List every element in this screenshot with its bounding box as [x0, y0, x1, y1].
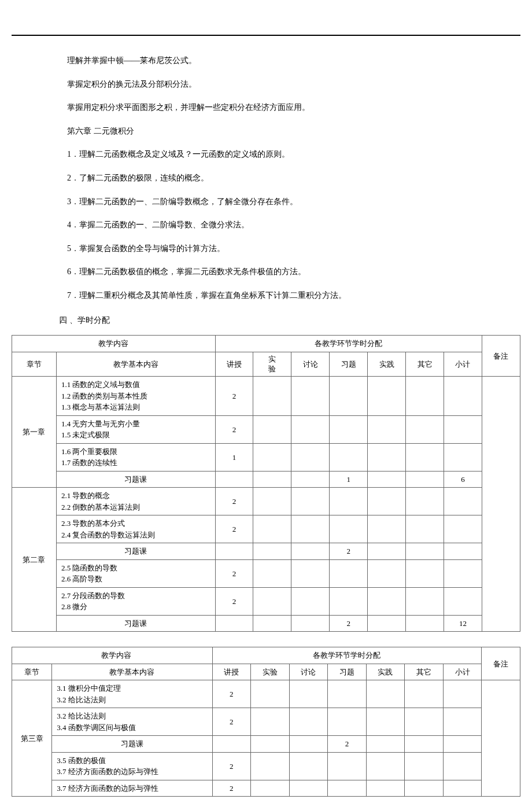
th-lecture: 讲授 — [212, 664, 251, 680]
th-teach-content: 教学内容 — [12, 647, 213, 664]
cell-practice — [368, 443, 406, 471]
table-row: 3.7 经济方面函数的边际与弹性2 — [12, 780, 520, 797]
cell-exercise — [328, 680, 367, 708]
cell-experiment — [253, 443, 291, 471]
heading-4: 四 、学时分配 — [51, 313, 481, 329]
table2-body: 第三章3.1 微积分中值定理3.2 给比达法则23.2 给比达法则3.4 函数学… — [12, 680, 520, 797]
cell-other — [406, 377, 444, 416]
table-row: 教学内容 各教学环节学时分配 备注 — [12, 647, 520, 664]
cell-content: 1.6 两个重要极限1.7 函数的连续性 — [56, 443, 215, 471]
th-chapter: 章节 — [12, 664, 52, 680]
th-distribution: 各教学环节学时分配 — [215, 336, 482, 352]
cell-discuss — [289, 680, 328, 708]
cell-discuss — [291, 543, 330, 560]
th-basic-content: 教学基本内容 — [56, 352, 215, 377]
table-row: 1.6 两个重要极限1.7 函数的连续性1 — [12, 443, 520, 471]
cell-practice — [368, 543, 406, 560]
cell-content: 2.5 隐函数的导数2.6 高阶导数 — [56, 559, 215, 587]
cell-subtotal — [443, 780, 482, 797]
cell-experiment — [253, 488, 291, 515]
th-chapter: 章节 — [12, 352, 57, 377]
table-row: 3.2 给比达法则3.4 函数学调区间与极值2 — [12, 708, 520, 736]
th-distribution: 各教学环节学时分配 — [212, 647, 482, 664]
th-teach-content: 教学内容 — [12, 336, 216, 352]
cell-discuss — [291, 587, 330, 615]
table-row: 第二章2.1 导数的概念2.2 倒数的基本运算法则2 — [12, 488, 520, 515]
th-practice: 实践 — [366, 664, 405, 680]
cell-lecture: 2 — [215, 587, 253, 615]
cell-other — [405, 708, 444, 736]
cell-other — [406, 559, 444, 587]
chapter6-title: 第六章 二元微积分 — [51, 124, 481, 139]
ch6-item-7: 7．理解二重积分概念及其简单性质，掌握在直角坐标系下计算二重积分方法。 — [51, 288, 481, 304]
cell-content: 习题课 — [56, 615, 215, 632]
cell-exercise — [330, 443, 368, 471]
cell-practice — [366, 708, 405, 736]
ch6-item-6: 6．理解二元函数极值的概念，掌握二元函数求无条件极值的方法。 — [51, 264, 481, 280]
cell-remark — [482, 680, 520, 797]
cell-other — [406, 587, 444, 615]
cell-discuss — [291, 515, 330, 543]
ch6-item-3: 3．理解二元函数的一、二阶编导数概念，了解全微分存在条件。 — [51, 194, 481, 210]
cell-subtotal — [444, 377, 482, 416]
cell-exercise: 1 — [330, 471, 368, 488]
cell-practice — [368, 587, 406, 615]
cell-other — [406, 543, 444, 560]
th-exercise: 习题 — [328, 664, 367, 680]
th-remark: 备注 — [482, 647, 520, 680]
cell-experiment — [251, 708, 290, 736]
cell-discuss — [289, 708, 328, 736]
th-experiment: 实验 — [251, 664, 290, 680]
cell-content: 习题课 — [52, 736, 212, 753]
cell-exercise — [330, 515, 368, 543]
cell-lecture: 1 — [215, 443, 253, 471]
cell-discuss — [291, 615, 330, 632]
cell-lecture: 2 — [212, 780, 251, 797]
cell-other — [406, 471, 444, 488]
cell-experiment — [251, 680, 290, 708]
cell-exercise — [330, 377, 368, 416]
cell-practice — [368, 559, 406, 587]
cell-content: 2.1 导数的概念2.2 倒数的基本运算法则 — [56, 488, 215, 515]
table-row: 习题课212 — [12, 615, 520, 632]
cell-exercise — [328, 708, 367, 736]
cell-other — [405, 736, 444, 753]
table-row: 3.5 函数的极值3.7 经济方面函数的边际与弹性2 — [12, 752, 520, 780]
th-experiment: 实验 — [253, 352, 291, 377]
cell-lecture: 2 — [212, 752, 251, 780]
cell-lecture — [215, 615, 253, 632]
cell-subtotal — [444, 443, 482, 471]
cell-experiment — [253, 471, 291, 488]
th-subtotal: 小计 — [444, 352, 482, 377]
cell-chapter: 第二章 — [12, 488, 57, 632]
cell-experiment — [253, 559, 291, 587]
cell-other — [405, 752, 444, 780]
cell-other — [406, 515, 444, 543]
text-content: 理解并掌握中顿——莱布尼茨公式。 掌握定积分的换元法及分部积分法。 掌握用定积分… — [12, 53, 520, 328]
cell-content: 3.2 给比达法则3.4 函数学调区间与极值 — [52, 708, 212, 736]
table-row: 第一章1.1 函数的定义域与数值1.2 函数的类别与基本性质1.3 概念与基本运… — [12, 377, 520, 416]
cell-exercise: 2 — [330, 615, 368, 632]
cell-lecture — [215, 543, 253, 560]
cell-remark — [482, 377, 520, 632]
cell-subtotal — [444, 559, 482, 587]
cell-discuss — [291, 471, 330, 488]
table1-body: 第一章1.1 函数的定义域与数值1.2 函数的类别与基本性质1.3 概念与基本运… — [12, 377, 520, 632]
cell-exercise — [330, 559, 368, 587]
cell-subtotal — [443, 736, 482, 753]
cell-experiment — [251, 736, 290, 753]
cell-practice — [366, 736, 405, 753]
cell-discuss — [289, 780, 328, 797]
cell-practice — [368, 488, 406, 515]
cell-exercise: 2 — [328, 736, 367, 753]
cell-lecture: 2 — [215, 515, 253, 543]
cell-lecture: 2 — [212, 680, 251, 708]
cell-discuss — [289, 736, 328, 753]
cell-experiment — [253, 615, 291, 632]
cell-exercise — [330, 415, 368, 443]
cell-other — [405, 780, 444, 797]
cell-experiment — [253, 587, 291, 615]
cell-practice — [366, 752, 405, 780]
table1-wrap: 教学内容 各教学环节学时分配 备注 章节 教学基本内容 讲授 实验 讨论 习题 … — [12, 335, 520, 632]
cell-experiment — [251, 752, 290, 780]
